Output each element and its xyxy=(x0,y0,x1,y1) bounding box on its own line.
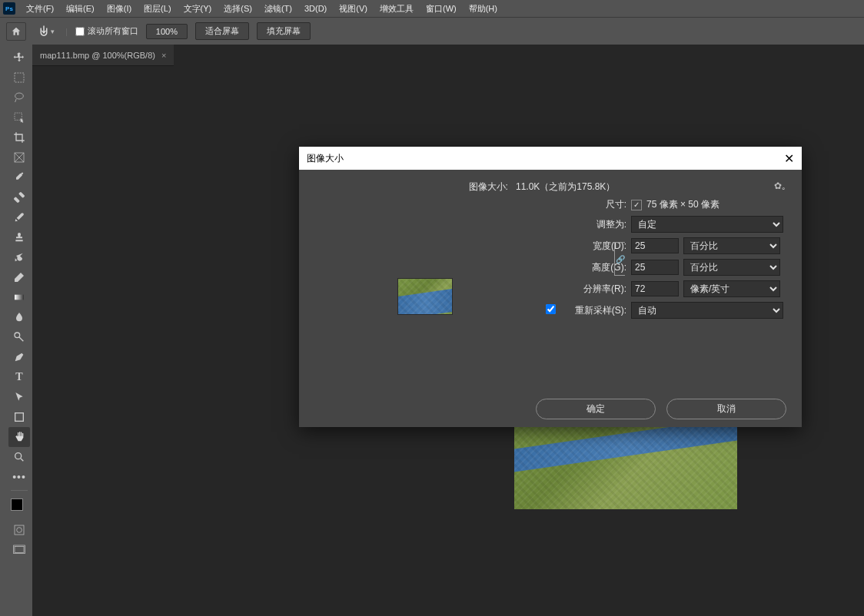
resolution-unit-select[interactable]: 像素/英寸 xyxy=(683,280,780,297)
path-select-tool[interactable] xyxy=(8,387,30,407)
height-input[interactable] xyxy=(631,260,679,275)
object-select-tool[interactable] xyxy=(8,108,30,128)
svg-rect-3 xyxy=(18,191,25,197)
menu-window[interactable]: 窗口(W) xyxy=(420,2,463,16)
dodge-tool[interactable] xyxy=(8,327,30,347)
svg-rect-11 xyxy=(15,546,24,552)
dimensions-label: 尺寸: xyxy=(540,198,626,211)
link-dimensions-icon[interactable]: 🔗 xyxy=(614,242,625,276)
resolution-input[interactable] xyxy=(631,281,679,296)
shape-tool[interactable] xyxy=(8,407,30,427)
width-unit-select[interactable]: 百分比 xyxy=(683,237,780,254)
svg-point-6 xyxy=(15,333,20,338)
svg-rect-5 xyxy=(15,295,24,300)
menu-select[interactable]: 选择(S) xyxy=(218,2,258,16)
menu-image[interactable]: 图像(I) xyxy=(101,2,138,16)
menu-filter[interactable]: 滤镜(T) xyxy=(258,2,298,16)
resample-label: 重新采样(S): xyxy=(560,304,626,317)
dialog-close-icon[interactable]: ✕ xyxy=(784,151,794,166)
menu-type[interactable]: 文字(Y) xyxy=(178,2,218,16)
menu-bar: Ps 文件(F) 编辑(E) 图像(I) 图层(L) 文字(Y) 选择(S) 滤… xyxy=(0,0,864,17)
hand-tool[interactable] xyxy=(8,427,30,447)
tool-palette: T ••• xyxy=(6,45,32,616)
tool-preset-hand[interactable]: ▾ xyxy=(34,23,58,40)
svg-rect-4 xyxy=(13,197,19,203)
resample-select[interactable]: 自动 xyxy=(631,302,783,319)
svg-rect-7 xyxy=(15,413,24,422)
menu-file[interactable]: 文件(F) xyxy=(20,2,60,16)
svg-point-8 xyxy=(15,453,22,459)
eyedropper-tool[interactable] xyxy=(8,167,30,187)
history-brush-tool[interactable] xyxy=(8,247,30,267)
scroll-all-checkbox[interactable]: 滚动所有窗口 xyxy=(75,25,138,37)
scroll-all-label: 滚动所有窗口 xyxy=(88,25,138,37)
panel-dock xyxy=(0,45,6,616)
svg-rect-9 xyxy=(15,525,24,535)
pen-tool[interactable] xyxy=(8,347,30,367)
fit-to-label: 调整为: xyxy=(540,218,626,231)
marquee-tool[interactable] xyxy=(8,68,30,88)
fit-screen-button[interactable]: 适合屏幕 xyxy=(195,22,249,40)
gear-icon[interactable]: ✿｡ xyxy=(774,180,786,194)
menu-plugins[interactable]: 增效工具 xyxy=(374,2,420,16)
dialog-preview xyxy=(310,198,540,394)
dialog-titlebar: 图像大小 ✕ xyxy=(299,147,802,170)
quick-mask-icon[interactable] xyxy=(8,520,30,540)
fill-screen-button[interactable]: 填充屏幕 xyxy=(257,22,311,40)
canvas-area: map111.bmp @ 100%(RGB/8) × 图像大小 ✕ 图像大小: … xyxy=(32,45,864,616)
crop-tool[interactable] xyxy=(8,128,30,147)
blur-tool[interactable] xyxy=(8,307,30,327)
healing-tool[interactable] xyxy=(8,187,30,207)
gradient-tool[interactable] xyxy=(8,287,30,307)
stamp-tool[interactable] xyxy=(8,227,30,247)
svg-rect-0 xyxy=(15,73,24,82)
close-tab-icon[interactable]: × xyxy=(161,51,166,60)
fit-to-select[interactable]: 自定 xyxy=(631,216,783,233)
lasso-tool[interactable] xyxy=(8,88,30,108)
menu-layer[interactable]: 图层(L) xyxy=(138,2,177,16)
resample-checkbox[interactable] xyxy=(546,304,556,314)
color-swatch[interactable] xyxy=(11,498,28,515)
frame-tool[interactable] xyxy=(8,147,30,167)
dialog-title: 图像大小 xyxy=(307,152,344,165)
menu-view[interactable]: 视图(V) xyxy=(333,2,374,16)
screen-mode-icon[interactable] xyxy=(8,540,30,560)
width-input[interactable] xyxy=(631,238,679,253)
eraser-tool[interactable] xyxy=(8,267,30,287)
image-size-value: 11.0K（之前为175.8K） xyxy=(516,181,615,192)
height-unit-select[interactable]: 百分比 xyxy=(683,259,780,276)
move-tool[interactable] xyxy=(8,48,30,68)
zoom-tool[interactable] xyxy=(8,447,30,467)
svg-point-10 xyxy=(17,528,22,533)
resolution-label: 分辨率(R): xyxy=(540,283,626,296)
menu-edit[interactable]: 编辑(E) xyxy=(60,2,101,16)
document-tab-label: map111.bmp @ 100%(RGB/8) xyxy=(40,51,155,60)
menu-3d[interactable]: 3D(D) xyxy=(298,2,333,15)
dimensions-value: 75 像素 × 50 像素 xyxy=(646,198,719,211)
brush-tool[interactable] xyxy=(8,207,30,227)
zoom-level-button[interactable]: 100% xyxy=(146,24,188,39)
more-tools[interactable]: ••• xyxy=(8,467,30,487)
home-button[interactable] xyxy=(6,22,26,41)
dimensions-toggle[interactable]: ✓ xyxy=(631,200,642,210)
app-logo: Ps xyxy=(3,2,15,15)
ok-button[interactable]: 确定 xyxy=(536,399,656,419)
type-tool[interactable]: T xyxy=(8,367,30,387)
cancel-button[interactable]: 取消 xyxy=(666,399,786,419)
document-tab[interactable]: map111.bmp @ 100%(RGB/8) × xyxy=(32,45,174,66)
image-size-label: 图像大小: xyxy=(469,181,508,192)
menu-help[interactable]: 帮助(H) xyxy=(463,2,503,16)
options-bar: ▾ | 滚动所有窗口 100% 适合屏幕 填充屏幕 xyxy=(0,17,864,45)
image-size-dialog: 图像大小 ✕ 图像大小: 11.0K（之前为175.8K） ✿｡ xyxy=(299,147,802,427)
